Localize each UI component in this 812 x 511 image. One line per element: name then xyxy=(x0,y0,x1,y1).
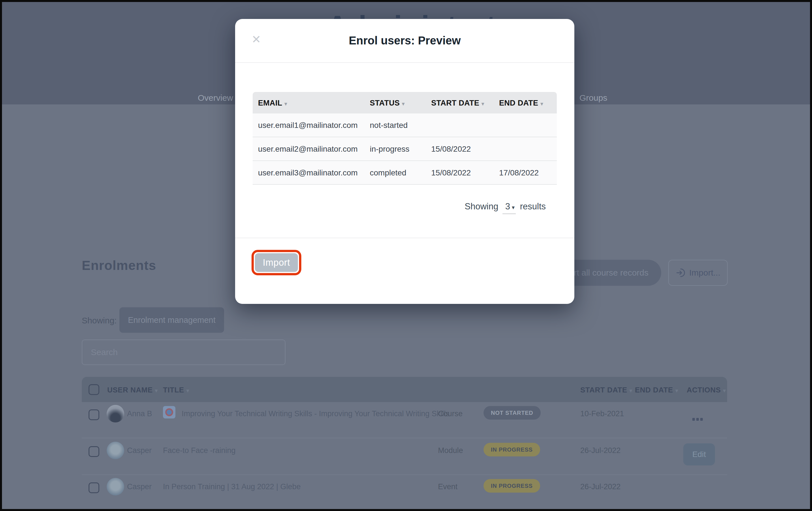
showing-prefix: Showing xyxy=(465,201,498,211)
results-count-line: Showing 3▾ results xyxy=(465,201,546,214)
row-checkbox[interactable] xyxy=(89,409,99,420)
table-row: Casper C Face-to Face -raining Module IN… xyxy=(82,439,727,475)
sort-icon: ▾ xyxy=(155,388,158,394)
email-cell: user.email3@mailinator.com xyxy=(258,168,358,177)
filter-chip-enrolment-management[interactable]: Enrolment management xyxy=(119,307,224,333)
preview-row: user.email2@mailinator.com in-progress 1… xyxy=(253,137,557,161)
preview-table: EMAIL▾ STATUS▾ START DATE▾ END DATE▾ use… xyxy=(253,92,557,185)
preview-table-header: EMAIL▾ STATUS▾ START DATE▾ END DATE▾ xyxy=(253,92,557,113)
enrol-users-preview-modal: ✕ Enrol users: Preview EMAIL▾ STATUS▾ ST… xyxy=(235,19,574,304)
col-end-date[interactable]: END DATE▾ xyxy=(635,386,678,394)
showing-label: Showing: xyxy=(82,316,117,325)
avatar xyxy=(107,478,124,495)
sort-icon: ▾ xyxy=(402,101,405,107)
chevron-down-icon: ▾ xyxy=(512,204,515,210)
enrolment-title: In Person Training | 31 Aug 2022 | Glebe xyxy=(163,482,301,491)
email-cell: user.email1@mailinator.com xyxy=(258,121,358,130)
table-row: Anna Bev Improving Your Technical Writin… xyxy=(82,402,727,438)
user-name: Casper C xyxy=(127,482,152,491)
row-checkbox[interactable] xyxy=(89,482,99,493)
select-all-checkbox[interactable] xyxy=(89,384,99,395)
user-name: Anna Bev xyxy=(127,409,152,418)
col-actions[interactable]: ACTIONS▾ xyxy=(687,386,726,394)
sort-icon: ▾ xyxy=(630,388,632,394)
col-title[interactable]: TITLE▾ xyxy=(163,386,189,394)
modal-header-divider xyxy=(235,62,574,63)
status-badge: IN PROGRESS xyxy=(484,479,540,492)
results-count-dropdown[interactable]: 3▾ xyxy=(502,201,516,214)
enrolment-type: Event xyxy=(438,482,458,491)
col-status[interactable]: STATUS▾ xyxy=(370,99,405,108)
import-arrow-icon xyxy=(676,268,686,278)
avatar xyxy=(107,405,124,422)
user-name: Casper C xyxy=(127,446,152,455)
edit-button[interactable]: Edit xyxy=(683,444,715,465)
col-user-name[interactable]: USER NAME▾ xyxy=(107,386,158,394)
status-badge: NOT STARTED xyxy=(484,406,541,420)
start-date-cell: 15/08/2022 xyxy=(431,145,471,154)
table-row: Casper C In Person Training | 31 Aug 202… xyxy=(82,475,727,511)
enrolment-type: Course xyxy=(438,409,463,418)
import-dialog-label: Import... xyxy=(689,268,720,278)
preview-row: user.email1@mailinator.com not-started xyxy=(253,113,557,137)
page-title: Enrolments xyxy=(82,258,156,273)
sort-icon: ▾ xyxy=(723,388,726,394)
sort-icon: ▾ xyxy=(285,101,287,107)
sort-icon: ▾ xyxy=(675,388,678,394)
row-checkbox[interactable] xyxy=(89,446,99,457)
import-button-highlight-ring: Import xyxy=(252,250,301,275)
sort-icon: ▾ xyxy=(482,101,484,107)
import-dialog-button[interactable]: Import... xyxy=(668,260,728,286)
import-button[interactable]: Import xyxy=(255,253,298,272)
screen: Administrate Overview Groups Enrolments … xyxy=(0,0,812,511)
enrolment-title: Face-to Face -raining xyxy=(163,446,236,455)
email-cell: user.email2@mailinator.com xyxy=(258,145,358,154)
tab-overview[interactable]: Overview xyxy=(198,93,233,103)
col-email[interactable]: EMAIL▾ xyxy=(258,99,287,108)
modal-footer-divider xyxy=(235,238,574,238)
table-header-row: USER NAME▾ TITLE▾ START DATE▾ END DATE▾ … xyxy=(82,377,727,402)
search-input[interactable] xyxy=(82,340,286,365)
start-date: 10-Feb-2021 xyxy=(580,409,624,418)
enrolment-title: Improving Your Technical Writing Skills … xyxy=(182,409,449,418)
sort-icon: ▾ xyxy=(541,101,543,107)
preview-row: user.email3@mailinator.com completed 15/… xyxy=(253,161,557,185)
start-date: 26-Jul-2022 xyxy=(580,482,621,491)
row-actions-menu-icon[interactable] xyxy=(692,418,705,421)
start-date-cell: 15/08/2022 xyxy=(431,168,471,177)
tab-groups[interactable]: Groups xyxy=(579,93,607,103)
status-badge: IN PROGRESS xyxy=(484,443,540,456)
modal-title: Enrol users: Preview xyxy=(235,34,574,47)
col-start-date[interactable]: START DATE▾ xyxy=(580,386,632,394)
end-date-cell: 17/08/2022 xyxy=(499,168,539,177)
enrolments-table: USER NAME▾ TITLE▾ START DATE▾ END DATE▾ … xyxy=(82,377,727,511)
col-end-date[interactable]: END DATE▾ xyxy=(499,99,543,108)
enrolment-type: Module xyxy=(438,446,463,455)
sort-icon: ▾ xyxy=(186,388,189,394)
course-thumbnail-icon xyxy=(163,406,175,419)
col-start-date[interactable]: START DATE▾ xyxy=(431,99,484,108)
avatar xyxy=(107,442,124,459)
status-cell: in-progress xyxy=(370,145,409,154)
start-date: 26-Jul-2022 xyxy=(580,446,621,455)
status-cell: completed xyxy=(370,168,406,177)
status-cell: not-started xyxy=(370,121,408,130)
showing-suffix: results xyxy=(520,201,546,211)
